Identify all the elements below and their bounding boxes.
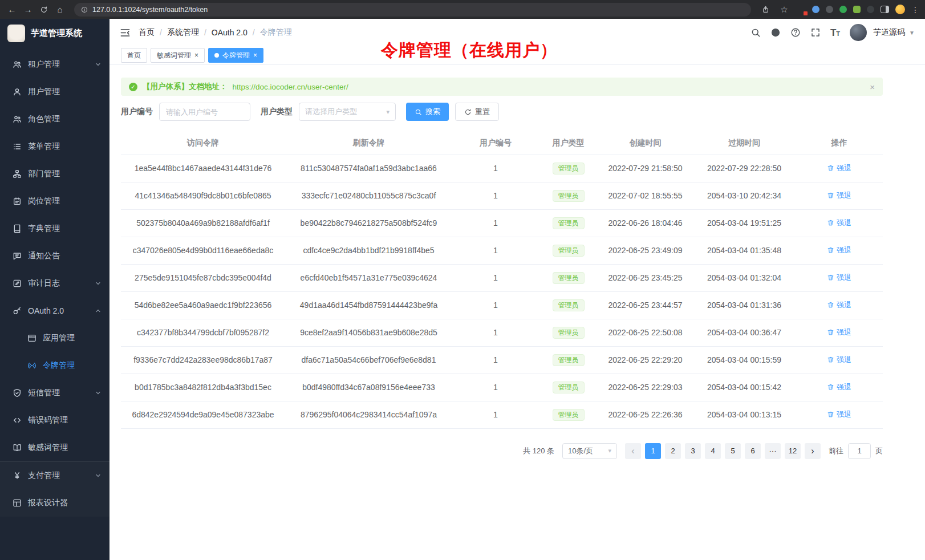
col-create-time: 创建时间: [598, 132, 693, 155]
pagination-goto-input[interactable]: [848, 443, 871, 459]
chevron-down-icon: [95, 280, 102, 287]
shield-icon: [13, 388, 22, 397]
user-type-tag: 管理员: [553, 190, 585, 202]
goto-unit: 页: [875, 446, 883, 456]
force-logout-button[interactable]: 强退: [827, 300, 851, 310]
badge-icon: [13, 197, 22, 206]
pagination-next-button[interactable]: ›: [805, 443, 821, 459]
force-logout-button[interactable]: 强退: [827, 382, 851, 392]
browser-chrome: ← → ⌂ 127.0.0.1:1024/system/oauth2/token…: [0, 0, 925, 19]
force-logout-button[interactable]: 强退: [827, 218, 851, 228]
sidebar-item-notice[interactable]: 通知公告: [0, 242, 109, 270]
bookmark-star-icon[interactable]: ☆: [778, 3, 790, 16]
pagination-page-button[interactable]: 4: [705, 443, 721, 459]
dark-extension-icon[interactable]: [826, 6, 833, 13]
force-logout-button[interactable]: 强退: [827, 245, 851, 255]
reset-button[interactable]: 重置: [455, 103, 499, 121]
page-size-select[interactable]: 10条/页 ▾: [562, 443, 617, 459]
tab-close-icon[interactable]: ×: [194, 52, 198, 59]
breadcrumb-system[interactable]: 系统管理: [167, 27, 199, 38]
sidebar-item-tenant[interactable]: 租户管理: [0, 51, 109, 78]
force-logout-button[interactable]: 强退: [827, 409, 851, 420]
sidebar-item-error-code[interactable]: 错误码管理: [0, 407, 109, 434]
sidebar-item-pay[interactable]: 支付管理: [0, 462, 109, 489]
user-type-select[interactable]: 请选择用户类型 ▾: [299, 103, 396, 121]
browser-menu-icon[interactable]: ⋮: [911, 5, 919, 14]
people-icon: [13, 115, 22, 124]
pagination-page-button[interactable]: 6: [745, 443, 761, 459]
force-logout-button[interactable]: 强退: [827, 163, 851, 173]
force-logout-button[interactable]: 强退: [827, 190, 851, 201]
sidebar-item-oauth2-app[interactable]: 应用管理: [0, 324, 109, 352]
col-user-id: 用户编号: [452, 132, 539, 155]
tab-close-icon[interactable]: ×: [253, 52, 257, 59]
share-icon[interactable]: [759, 3, 772, 16]
tab-token[interactable]: 令牌管理 ×: [208, 48, 263, 63]
force-logout-button[interactable]: 强退: [827, 273, 851, 283]
side-panel-icon[interactable]: [881, 6, 889, 13]
table-row: f9336e7c7dd242a283ee98dc86b17a87 dfa6c71…: [121, 346, 883, 374]
browser-home-button[interactable]: ⌂: [54, 3, 66, 16]
help-icon[interactable]: [790, 27, 801, 38]
user-type-tag: 管理员: [553, 354, 585, 366]
pagination-page-button[interactable]: 3: [685, 443, 701, 459]
collapse-menu-icon[interactable]: [120, 27, 131, 38]
sidebar-item-user[interactable]: 用户管理: [0, 78, 109, 105]
green-extension-icon[interactable]: [839, 6, 847, 13]
puzzle-extension-icon[interactable]: [853, 6, 861, 13]
logo-image: [7, 25, 25, 42]
sidebar-item-menu[interactable]: 菜单管理: [0, 133, 109, 160]
browser-refresh-button[interactable]: [38, 3, 50, 16]
user-id-input[interactable]: [159, 103, 250, 121]
force-logout-button[interactable]: 强退: [827, 355, 851, 365]
extension-badge-icon[interactable]: [797, 5, 806, 14]
sidebar-item-dict[interactable]: 字典管理: [0, 215, 109, 242]
user-type-tag: 管理员: [553, 272, 585, 284]
pagination-page-button[interactable]: 12: [785, 443, 801, 459]
font-size-icon[interactable]: TT: [830, 28, 840, 38]
site-info-icon[interactable]: [81, 6, 88, 13]
paw-extension-icon[interactable]: [867, 6, 874, 13]
table-row: 1ea5e44f8bc1467aaede43144f31de76 811c530…: [121, 155, 883, 182]
sidebar-item-oauth2-token[interactable]: 令牌管理: [0, 352, 109, 379]
alert-close-icon[interactable]: ×: [870, 83, 875, 91]
sidebar-item-sms[interactable]: 短信管理: [0, 379, 109, 407]
sidebar-item-post[interactable]: 岗位管理: [0, 188, 109, 215]
open-book-icon: [13, 443, 22, 452]
search-icon[interactable]: [750, 27, 761, 38]
sidebar-item-role[interactable]: 角色管理: [0, 105, 109, 133]
user-type-tag: 管理员: [553, 409, 585, 421]
github-icon[interactable]: [770, 27, 781, 38]
breadcrumb-oauth2[interactable]: OAuth 2.0: [212, 28, 248, 37]
search-button[interactable]: 搜索: [406, 103, 449, 121]
col-expire-time: 过期时间: [693, 132, 796, 155]
sidebar-item-report-designer[interactable]: 报表设计器: [0, 489, 109, 517]
pagination-page-button[interactable]: 2: [665, 443, 681, 459]
user-avatar[interactable]: [850, 24, 867, 41]
pagination-page-button[interactable]: 5: [725, 443, 741, 459]
username[interactable]: 芋道源码: [873, 27, 905, 38]
caret-down-icon[interactable]: ▼: [909, 30, 915, 36]
blue-extension-icon[interactable]: [812, 6, 819, 13]
profile-avatar[interactable]: [895, 5, 905, 14]
tab-sensitive-word[interactable]: 敏感词管理 ×: [151, 48, 205, 63]
sidebar-item-sensitive-word[interactable]: 敏感词管理: [0, 434, 109, 461]
sidebar-item-audit-log[interactable]: 审计日志: [0, 270, 109, 297]
address-bar[interactable]: 127.0.0.1:1024/system/oauth2/token: [74, 3, 751, 17]
sidebar-item-oauth2[interactable]: OAuth 2.0: [0, 297, 109, 324]
fullscreen-icon[interactable]: [810, 27, 821, 38]
pagination-more-button[interactable]: ···: [765, 443, 781, 459]
browser-back-button[interactable]: ←: [6, 3, 18, 16]
pagination-prev-button[interactable]: ‹: [625, 443, 641, 459]
breadcrumb-home[interactable]: 首页: [139, 27, 155, 38]
sidebar-item-dept[interactable]: 部门管理: [0, 160, 109, 188]
breadcrumb-current: 令牌管理: [260, 27, 292, 38]
pagination-total: 共 120 条: [523, 446, 554, 456]
doc-link[interactable]: https://doc.iocoder.cn/user-center/: [233, 83, 348, 91]
browser-forward-button[interactable]: →: [22, 3, 34, 16]
trash-icon: [827, 301, 834, 309]
app-logo[interactable]: 芋道管理系统: [0, 19, 109, 47]
tab-home[interactable]: 首页: [121, 48, 147, 63]
force-logout-button[interactable]: 强退: [827, 327, 851, 338]
pagination-page-button[interactable]: 1: [645, 443, 661, 459]
